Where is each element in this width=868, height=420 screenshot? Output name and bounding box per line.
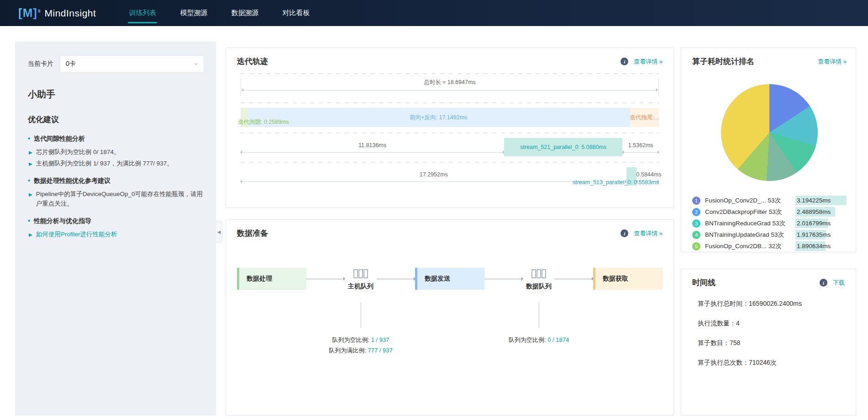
suggestion-section-guide: •性能分析与优化指导 ▶如何使用Profiler进行性能分析	[28, 217, 204, 239]
bullet-icon: •	[28, 217, 30, 225]
top-navbar: [M] s MindInsight 训练列表 模型溯源 数据溯源 对比看板	[0, 0, 868, 26]
queue-icon	[531, 268, 547, 280]
info-icon[interactable]: i	[621, 229, 628, 237]
tab-model-lineage[interactable]: 模型溯源	[168, 0, 219, 26]
nav-tabs: 训练列表 模型溯源 数据溯源 对比看板	[117, 0, 321, 26]
center-column: 迭代轨迹 i 查看详情 » 总时长 ≈ 18.6947ms	[226, 48, 674, 415]
tab-training-list[interactable]: 训练列表	[117, 0, 168, 26]
tab-comparison-board[interactable]: 对比看板	[270, 0, 321, 26]
rank-badge: 4	[692, 231, 700, 239]
queue-icon	[352, 268, 369, 280]
flow-arrow-icon	[377, 279, 415, 279]
host-queue-node: 主机队列 队列为空比例: 1 / 937 队列为满比例: 777 / 937	[345, 268, 377, 356]
suggestion-item: ▶主机侧队列为空比例 1/ 937，为满比例 777/ 937。	[29, 159, 204, 169]
page-content: 当前卡片 0卡 ∨ 小助手 优化建议 •迭代间隙性能分析 ▶芯片侧队列为空比例 …	[0, 26, 868, 420]
queue-empty-ratio: 0 / 1874	[547, 336, 569, 343]
phase-bars: 前向+反向: 17.1492ms 迭代拖尾:... 迭代间隙: 0.2569ms	[241, 108, 659, 127]
data-prep-title: 数据准备	[237, 228, 268, 239]
op-rank-title: 算子耗时统计排名	[692, 56, 754, 67]
section-title: 迭代间隙性能分析	[34, 135, 85, 143]
rank-time: 2.488958ms	[795, 207, 847, 217]
rank-time: 3.194225ms	[795, 196, 847, 205]
rank-row: 3 BNTrainingReduceGrad 53次 2.016799ms	[692, 218, 847, 229]
forward-backward-bar[interactable]: 前向+反向: 17.1492ms	[247, 108, 630, 127]
assistant-title: 小助手	[28, 88, 204, 101]
total-duration-arrow	[242, 90, 658, 90]
data-prep-detail-link[interactable]: 查看详情 »	[634, 229, 663, 238]
flow-box-data-fetch[interactable]: 数据获取	[593, 268, 663, 290]
flow-box-data-send[interactable]: 数据发送	[415, 268, 484, 290]
step-trace-diagram: 总时长 ≈ 18.6947ms 前向+反向: 17.1492ms 迭代拖尾:..…	[237, 73, 663, 186]
stream-513-label: stream_513_parallel_0: 0.5583ms	[573, 179, 659, 186]
rank-time: 1.917635ms	[795, 230, 847, 239]
queue-full-ratio: 777 / 937	[368, 347, 393, 354]
assistant-sidebar: 当前卡片 0卡 ∨ 小助手 优化建议 •迭代间隙性能分析 ▶芯片侧队列为空比例 …	[15, 42, 216, 415]
iteration-gap-label: 迭代间隙: 0.2569ms	[238, 118, 289, 126]
tab-data-lineage[interactable]: 数据溯源	[219, 0, 270, 26]
stat-stream-count: 执行流数量：4	[698, 319, 845, 328]
divider	[241, 162, 659, 163]
connector-line	[361, 303, 361, 328]
data-queue-node: 数据队列 队列为空比例: 0 / 1874	[523, 268, 555, 345]
rank-row: 4 BNTrainingUpdateGrad 53次 1.917635ms	[692, 229, 847, 240]
stat-total-op-time: 算子执行总时间：16590026.2400ms	[698, 300, 845, 308]
rank-row: 2 Conv2DBackpropFilter 53次 2.488958ms	[692, 206, 847, 218]
rank-time: 2.016799ms	[795, 218, 847, 228]
info-icon[interactable]: i	[621, 58, 628, 65]
duration-arrow	[622, 152, 659, 153]
arrow-right-icon: ▶	[29, 149, 32, 157]
step-trace-card: 迭代轨迹 i 查看详情 » 总时长 ≈ 18.6947ms	[226, 48, 674, 208]
flow-arrow-icon	[306, 279, 345, 279]
step-trace-title: 迭代轨迹	[237, 56, 268, 67]
app-logo: [M] s MindInsight	[18, 0, 96, 26]
duration-arrow	[241, 152, 504, 153]
divider	[241, 102, 659, 103]
timeline-card: 时间线 i 下载 算子执行总时间：16590026.2400ms 执行流数量：4…	[681, 269, 856, 415]
iteration-tail-bar[interactable]: 迭代拖尾:...	[630, 108, 659, 127]
step-trace-detail-link[interactable]: 查看详情 »	[634, 58, 663, 66]
rank-badge: 2	[692, 208, 700, 216]
flow-arrow-icon	[484, 279, 523, 279]
profiler-guide-link[interactable]: ▶如何使用Profiler进行性能分析	[29, 230, 204, 239]
segment-duration-label: 17.2952ms	[241, 171, 626, 178]
suggestion-section-step-gap: •迭代间隙性能分析 ▶芯片侧队列为空比例 0/ 1874。 ▶主机侧队列为空比例…	[28, 135, 204, 169]
logo-mark: [M]	[18, 6, 37, 20]
op-rank-detail-link[interactable]: 查看详情 »	[818, 58, 847, 66]
sidebar-collapse-handle[interactable]: ◀	[216, 221, 222, 243]
stat-op-count: 算子数目：758	[698, 339, 845, 347]
rank-row: 1 FusionOp_Conv2D_... 53次 3.194225ms	[692, 195, 847, 206]
data-prep-flow: 数据处理 主机队列 队列为空比例: 1 / 937	[237, 268, 663, 356]
suggestion-item: ▶Pipeline中的算子DeviceQueueOp_0可能存在性能瓶颈，请用户…	[29, 190, 204, 209]
stream-521-box[interactable]: stream_521_parallel_0: 5.0880ms	[504, 138, 622, 156]
flow-arrow-icon	[555, 279, 593, 279]
operator-rank-list: 1 FusionOp_Conv2D_... 53次 3.194225ms 2 C…	[692, 195, 847, 252]
bullet-icon: •	[28, 177, 30, 185]
timeline-download-link[interactable]: 下载	[833, 279, 845, 287]
duration-arrow	[241, 181, 626, 182]
data-queue-stats: 队列为空比例: 0 / 1874	[509, 335, 569, 345]
flow-box-data-process[interactable]: 数据处理	[237, 268, 306, 290]
arrow-right-icon: ▶	[29, 231, 32, 239]
section-title: 数据处理性能优化参考建议	[34, 177, 110, 185]
card-select-value: 0卡	[66, 60, 76, 68]
data-queue-label: 数据队列	[526, 282, 552, 291]
current-card-label: 当前卡片	[28, 60, 53, 68]
info-icon[interactable]: i	[820, 279, 827, 287]
card-select[interactable]: 0卡 ∨	[60, 55, 204, 73]
rank-badge: 3	[692, 219, 700, 228]
chevron-down-icon: ∨	[194, 61, 198, 66]
operator-time-pie-chart	[721, 84, 818, 181]
timeline-title: 时间线	[692, 277, 715, 288]
host-queue-stats: 队列为空比例: 1 / 937 队列为满比例: 777 / 937	[329, 335, 392, 356]
segment-duration-label: 11.8136ms	[241, 142, 504, 149]
rank-time: 1.890634ms	[795, 241, 847, 251]
segment-duration-label: 1.5362ms	[622, 142, 659, 149]
connector-line	[539, 303, 539, 328]
timeline-stats: 算子执行总时间：16590026.2400ms 执行流数量：4 算子数目：758…	[698, 300, 845, 367]
brand-name: MindInsight	[44, 8, 96, 19]
arrow-right-icon: ▶	[29, 191, 32, 209]
suggestion-section-data-process: •数据处理性能优化参考建议 ▶Pipeline中的算子DeviceQueueOp…	[28, 177, 204, 209]
suggestion-item: ▶芯片侧队列为空比例 0/ 1874。	[29, 148, 204, 157]
stat-op-exec-count: 算子执行总次数：710246次	[698, 359, 845, 367]
suggestion-title: 优化建议	[28, 114, 204, 125]
